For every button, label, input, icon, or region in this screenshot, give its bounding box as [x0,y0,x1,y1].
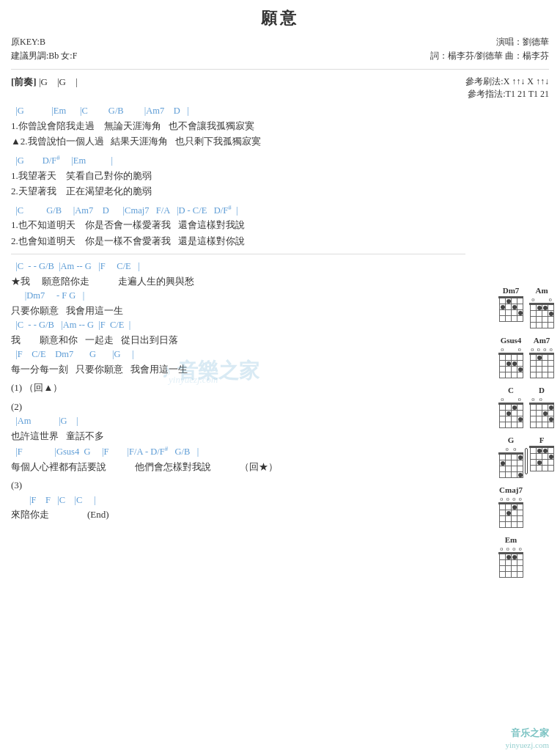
diag-gsus4: Gsus4 oo [498,336,523,378]
verse3-chords: |C G/B |Am7 D |Cmaj7 F/A |D - C/E D/F# | [11,203,465,218]
meta-section: 原KEY:B 建議男調:Bb 女:F 演唱：劉德華 詞：楊李芬/劉德華 曲：楊李… [11,35,549,63]
chorus-lyric4: 每一分每一刻 只要你願意 我會用這一生 [11,362,465,377]
chorus-chords2: |Dm7 - F G | [11,290,465,303]
outro-lyric: 來陪你走 (End) [11,507,465,522]
chorus-lyric3: 我 願意和你 一起走 從日出到日落 [11,333,465,348]
song-title: 願意 [11,7,549,29]
diag-row-6: Em oooo [498,535,554,578]
verse1-section: |G |Em |C G/B |Am7 D | 1.你曾說會陪我走過 無論天涯海角… [11,105,465,149]
diag-row-5: Cmaj7 oooo [498,485,554,528]
diag-row-2: Gsus4 oo [498,336,554,378]
divider-1 [11,69,549,70]
key-info: 原KEY:B [11,35,77,49]
chord-diagrams: Dm7 [498,286,554,585]
chorus-section: |C - - G/B |Am -- G |F C/E | ★我 願意陪你走 走遍… [11,260,465,376]
diag-g: G oo [498,436,523,478]
main-content: |G |Em |C G/B |Am7 D | 1.你曾說會陪我走過 無論天涯海角… [11,105,465,521]
outro-label: (3) [11,478,465,493]
repeat1-label: (1) （回▲） [11,381,465,395]
diag-em: Em oooo [498,535,523,578]
diag-am: Am oo [529,286,554,328]
bridge-label: (2) [11,400,465,414]
page-container: 願意 原KEY:B 建議男調:Bb 女:F 演唱：劉德華 詞：楊李芬/劉德華 曲… [11,7,549,522]
diag-am7: Am7 oooo [529,336,554,378]
divider-2 [11,254,465,254]
diag-row-3: C oo [498,386,554,428]
verse2-lyric2: 2.天望著我 正在渴望老化的脆弱 [11,184,465,199]
verse3-lyric1: 1.也不知道明天 你是否會一樣愛著我 還會這樣對我說 [11,218,465,232]
meta-right: 演唱：劉德華 詞：楊李芬/劉德華 曲：楊李芬 [430,35,549,63]
intro-label: [前奏] |G |G | [11,76,78,89]
bridge-section: (2) |Am |G | 也許這世界 童話不多 |F |Gsus4 G |F |… [11,400,465,474]
chorus-chords4: |F C/E Dm7 G |G | [11,348,465,361]
verse3-lyric2: 2.也會知道明天 你是一樣不會愛著我 還是這樣對你說 [11,234,465,249]
footer-logo: 音乐之家 [511,727,549,740]
chorus-lyric2: 只要你願意 我會用這一生 [11,304,465,318]
lyricist-info: 詞：楊李芬/劉德華 曲：楊李芬 [430,49,549,63]
diag-d: D oo [529,386,554,428]
reference-section: 參考刷法:X ↑↑↓ X ↑↑↓ 參考指法:T1 21 T1 21 [465,76,549,100]
diag-dm7: Dm7 [498,286,523,328]
diag-c: C oo [498,386,523,428]
verse1-lyric2: ▲2.我曾說怕一個人過 結果天涯海角 也只剩下我孤獨寂寞 [11,134,465,149]
bridge-lyric1: 也許這世界 童話不多 [11,429,465,444]
strum-ref: 參考刷法:X ↑↑↓ X ↑↑↓ [465,76,549,88]
repeat1-section: (1) （回▲） [11,381,465,395]
performer-info: 演唱：劉德華 [430,35,549,49]
outro-chords: |F F |C |C | [11,494,465,507]
diag-row-4: G oo [498,436,554,478]
chorus-chords1: |C - - G/B |Am -- G |F C/E | [11,260,465,273]
bridge-lyric2: 每個人心裡都有話要說 他們會怎樣對我說 （回★） [11,460,465,474]
diag-cmaj7: Cmaj7 oooo [498,485,523,528]
verse1-lyric1: 1.你曾說會陪我走過 無論天涯海角 也不會讓我孤獨寂寞 [11,119,465,133]
bridge-chords1: |Am |G | [11,415,465,428]
verse1-chords: |G |Em |C G/B |Am7 D | [11,105,465,118]
intro-line: [前奏] |G |G | [11,76,78,89]
chorus-chords3: |C - - G/B |Am -- G |F C/E | [11,319,465,332]
verse2-lyric1: 1.我望著天 笑看自己對你的脆弱 [11,169,465,183]
suggestion-info: 建議男調:Bb 女:F [11,49,77,63]
footer-url: yinyuezj.com [505,741,549,749]
verse3-section: |C G/B |Am7 D |Cmaj7 F/A |D - C/E D/F# |… [11,203,465,249]
verse2-section: |G D/F# |Em | 1.我望著天 笑看自己對你的脆弱 2.天望著我 正在… [11,153,465,199]
diag-f: F [529,436,554,478]
diag-row-1: Dm7 [498,286,554,328]
outro-section: (3) |F F |C |C | 來陪你走 (End) [11,478,465,522]
verse2-chords: |G D/F# |Em | [11,153,465,168]
chorus-lyric1: ★我 願意陪你走 走遍人生的興與愁 [11,274,465,289]
bridge-chords2: |F |Gsus4 G |F |F/A - D/F# G/B | [11,444,465,459]
finger-ref: 參考指法:T1 21 T1 21 [465,88,549,100]
meta-left: 原KEY:B 建議男調:Bb 女:F [11,35,77,63]
